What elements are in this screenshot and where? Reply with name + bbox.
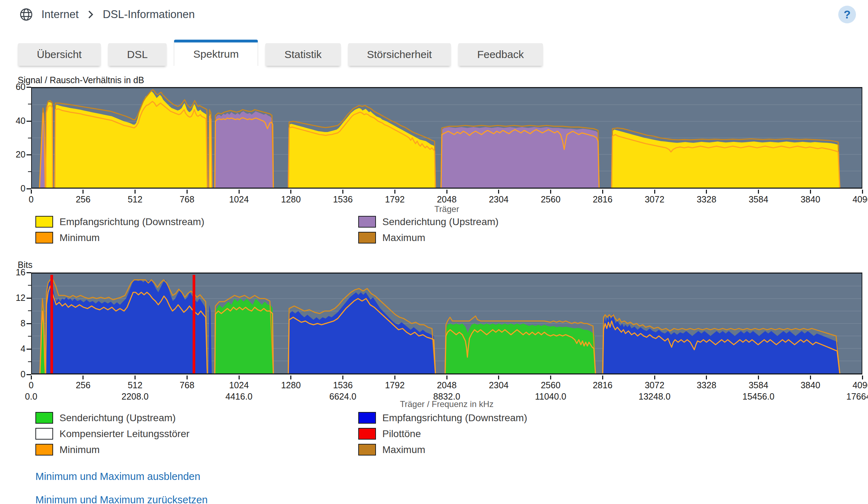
x-tick-label: 3584 [739, 380, 778, 390]
legend-swatch-kompensierter-leitungsstoerer [35, 428, 53, 440]
x-tick-mark [135, 376, 136, 379]
y-tick-mark [27, 272, 31, 273]
x-tick-label: 2560 [531, 380, 570, 390]
x-tick-label: 1024 [219, 380, 258, 390]
x-tick-label: 1024 [219, 194, 258, 205]
legend-label: Maximum [382, 444, 425, 456]
legend-label: Empfangsrichtung (Downstream) [59, 216, 204, 228]
chevron-right-icon [87, 10, 94, 19]
legend-item-senderichtung-upstream: Senderichtung (Upstream) [35, 410, 189, 426]
x-tick-mark [810, 190, 811, 194]
internet-globe-icon [19, 8, 33, 21]
legend-label: Senderichtung (Upstream) [382, 216, 498, 228]
breadcrumb-section: Internet [41, 8, 79, 21]
legend-item-empfangsrichtung-downstream: Empfangsrichtung (Downstream) [35, 214, 204, 230]
y-tick-mark-minor [28, 361, 31, 362]
x-tick-label: 3328 [687, 194, 726, 205]
y-tick-label: 0 [8, 369, 25, 379]
x-tick-label: 2048 [427, 194, 466, 205]
x-tick-mark [810, 376, 811, 379]
y-tick-mark [27, 121, 31, 122]
x-tick-label: 4096 [843, 380, 868, 390]
frequency-tick-label: 6624.0 [316, 391, 370, 402]
y-tick-label: 40 [8, 116, 25, 126]
x-tick-label: 512 [116, 380, 155, 390]
x-tick-mark [706, 376, 707, 379]
legend-label: Pilottöne [382, 428, 421, 440]
frequency-tick-label: 15456.0 [732, 391, 785, 402]
x-tick-label: 2048 [427, 380, 466, 390]
x-tick-label: 2304 [479, 194, 518, 205]
tab-stoersicherheit[interactable]: Störsicherheit [348, 43, 451, 66]
tab-dsl[interactable]: DSL [108, 43, 167, 66]
bits-chart-section: Bits Träger / Frequenz in kHz Sendericht… [0, 260, 868, 444]
series-senderichtung-upstream-area [445, 323, 595, 373]
x-tick-mark [187, 376, 188, 379]
x-tick-label: 3072 [635, 194, 674, 205]
x-tick-label: 1536 [324, 194, 362, 205]
x-tick-label: 1792 [375, 380, 414, 390]
frequency-tick-label: 4416.0 [212, 391, 265, 402]
x-tick-mark [862, 376, 863, 379]
x-tick-mark [862, 190, 863, 194]
series-senderichtung-upstream-area [441, 127, 599, 188]
tab-uebersicht[interactable]: Übersicht [18, 43, 101, 66]
legend-item-empfangsrichtung-downstream: Empfangsrichtung (Downstream) [358, 410, 527, 426]
legend-swatch-minimum [35, 232, 53, 244]
y-tick-mark-minor [28, 285, 31, 286]
legend-item-kompensierter-leitungsstoerer: Kompensierter Leitungsstörer [35, 426, 189, 442]
x-tick-mark [31, 376, 32, 379]
y-tick-mark-minor [28, 104, 31, 104]
tab-spektrum[interactable]: Spektrum [174, 40, 258, 66]
x-tick-label: 3072 [635, 380, 674, 390]
series-empfangsrichtung-downstream-area [603, 314, 840, 373]
legend-swatch-pilottoene [358, 428, 376, 440]
legend-label: Minimum [59, 444, 100, 456]
x-tick-mark [446, 376, 447, 379]
x-tick-mark [82, 190, 84, 194]
tab-feedback[interactable]: Feedback [458, 43, 543, 66]
x-tick-label: 1280 [272, 380, 310, 390]
legend-item-minimum: Minimum [35, 230, 204, 246]
x-tick-mark [187, 190, 188, 194]
frequency-tick-label: 13248.0 [628, 391, 681, 402]
x-tick-label: 2560 [531, 194, 570, 205]
x-tick-mark [82, 376, 84, 379]
snr-chart-plot [31, 87, 862, 189]
x-tick-mark [654, 190, 655, 194]
legend-label: Kompensierter Leitungsstörer [59, 428, 189, 440]
y-tick-mark [27, 374, 31, 375]
legend-label: Senderichtung (Upstream) [59, 412, 176, 424]
x-tick-mark [31, 190, 32, 194]
y-tick-mark [27, 154, 31, 155]
tab-bar: ÜbersichtDSLSpektrumStatistikStörsicherh… [18, 40, 550, 66]
snr-chart-section: Signal / Rausch-Verhältnis in dB Träger … [0, 75, 868, 248]
min-max-actions: Minimum und Maximum ausblenden Minimum u… [35, 471, 208, 504]
help-button[interactable]: ? [838, 6, 856, 23]
legend-item-maximum: Maximum [358, 230, 498, 246]
legend-swatch-maximum [358, 444, 376, 456]
reset-min-max-link[interactable]: Minimum und Maximum zurücksetzen [35, 494, 208, 504]
tab-statistik[interactable]: Statistik [265, 43, 341, 66]
frequency-tick-label: 2208.0 [109, 391, 162, 402]
x-tick-label: 256 [64, 194, 103, 205]
series-empfangsrichtung-downstream-area [288, 108, 435, 188]
legend-swatch-senderichtung-upstream [35, 412, 53, 424]
legend-label: Empfangsrichtung (Downstream) [382, 412, 527, 424]
hide-min-max-link[interactable]: Minimum und Maximum ausblenden [35, 471, 208, 482]
x-tick-mark [394, 376, 395, 379]
x-tick-label: 768 [167, 380, 206, 390]
series-pilottoene-bar [193, 275, 195, 373]
x-tick-mark [446, 190, 447, 194]
legend-swatch-minimum [35, 444, 53, 456]
legend-item-maximum: Maximum [358, 442, 527, 458]
frequency-tick-label: 0.0 [5, 391, 58, 402]
snr-x-axis-title: Träger [31, 204, 862, 214]
x-tick-mark [758, 376, 759, 379]
x-tick-mark [498, 190, 499, 194]
legend-label: Minimum [59, 232, 100, 244]
x-tick-mark [342, 190, 343, 194]
y-tick-mark [27, 323, 31, 324]
x-tick-label: 256 [64, 380, 103, 390]
y-tick-label: 20 [8, 149, 25, 160]
